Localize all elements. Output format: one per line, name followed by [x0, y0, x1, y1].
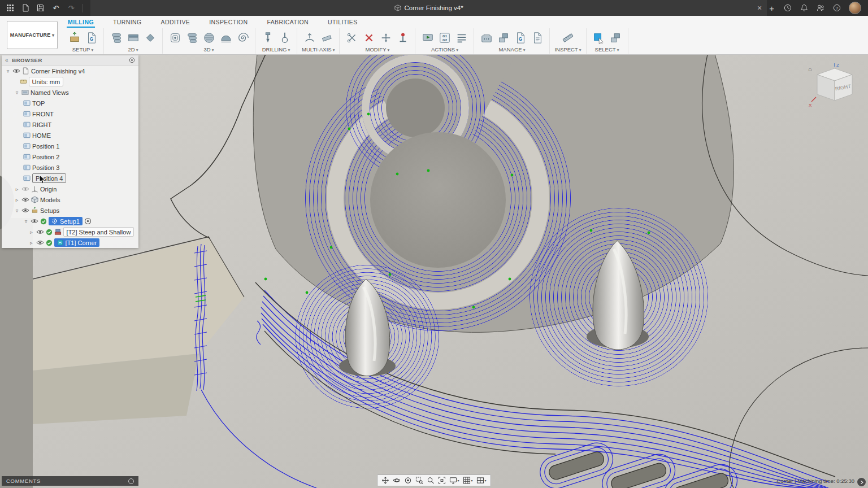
tree-item-named-views[interactable]: ▿ Named Views [2, 87, 138, 98]
comments-bar[interactable]: COMMENTS [2, 476, 138, 486]
app-grid-icon[interactable] [6, 3, 15, 12]
toolbar-group-label[interactable]: 2D [128, 46, 138, 53]
tree-item-setup1[interactable]: ▿ Setup1 [2, 216, 138, 226]
comments-menu-icon[interactable] [128, 478, 134, 484]
toolbar-group-label[interactable]: 3D [203, 46, 214, 53]
swarf-button[interactable] [319, 30, 335, 45]
tree-item-root[interactable]: ▿ Corner Finishing v4 [2, 66, 138, 76]
new-tab-icon[interactable]: + [767, 3, 776, 13]
toolbar-group-label[interactable]: MANAGE [498, 46, 525, 53]
toolbar-group-label[interactable]: INSPECT [554, 46, 581, 53]
tree-item-models[interactable]: ▹ Models [2, 194, 138, 205]
toolbar-group-label[interactable]: DRILLING [262, 46, 290, 53]
display-settings-icon[interactable]: ▾ [448, 476, 461, 485]
save-icon[interactable] [36, 3, 45, 12]
workspace-switcher-button[interactable]: MANUFACTURE [7, 21, 58, 49]
tree-item-units[interactable]: Units: mm [2, 76, 138, 87]
collapse-panel-icon[interactable]: « [5, 57, 8, 63]
tree-item-view-position1[interactable]: Position 1 [2, 141, 138, 151]
expander-icon[interactable]: ▹ [14, 186, 20, 192]
user-avatar[interactable] [849, 2, 861, 14]
document-tab[interactable]: Corner Finishing v4* × [90, 0, 767, 16]
tab-inspection[interactable]: INSPECTION [208, 19, 249, 28]
expander-icon[interactable]: ▹ [14, 197, 20, 203]
home-icon[interactable]: ⌂ [808, 66, 812, 72]
look-at-icon[interactable] [402, 476, 413, 485]
probe-button[interactable] [395, 30, 410, 45]
post-library-button[interactable] [530, 30, 545, 45]
tab-utilities[interactable]: UTILITIES [327, 19, 359, 28]
visibility-eye-icon[interactable] [36, 229, 44, 234]
tree-item-view-position4[interactable]: Position 4 [2, 173, 138, 184]
3d-spiral-button[interactable] [235, 30, 250, 45]
3d-scallop-button[interactable] [218, 30, 233, 45]
window-select-button[interactable] [608, 30, 623, 45]
view-cube[interactable]: ⌂ RIGHT X Z [807, 62, 859, 112]
job-status-clock-icon[interactable] [783, 3, 792, 12]
3d-adaptive-button[interactable] [167, 30, 183, 45]
tree-item-operation-t2[interactable]: ▹ [T2] Steep and Shallow [2, 226, 138, 237]
toolbar-group-label[interactable]: SELECT [595, 46, 619, 53]
2d-chamfer-button[interactable] [142, 30, 158, 45]
tree-item-view-right[interactable]: RIGHT [2, 119, 138, 130]
task-manager-button[interactable] [496, 30, 511, 45]
2d-face-button[interactable] [125, 30, 141, 45]
tab-additive[interactable]: ADDITIVE [160, 19, 192, 28]
3d-parallel-button[interactable] [201, 30, 216, 45]
3d-pocket-button[interactable] [184, 30, 199, 45]
setup-sheet-button[interactable] [513, 30, 528, 45]
expander-icon[interactable]: ▿ [5, 68, 11, 74]
visibility-eye-icon[interactable] [36, 240, 44, 245]
visibility-eye-icon[interactable] [21, 186, 29, 191]
expander-icon[interactable]: ▿ [23, 219, 29, 224]
visibility-eye-icon[interactable] [31, 219, 38, 224]
zoom-icon[interactable] [425, 476, 436, 485]
transform-button[interactable] [378, 30, 393, 45]
expander-icon[interactable]: ▹ [29, 240, 34, 246]
panel-menu-icon[interactable] [129, 57, 135, 63]
active-setup-radio-icon[interactable] [84, 217, 92, 225]
zoom-window-icon[interactable] [414, 476, 424, 485]
visibility-eye-icon[interactable] [21, 208, 29, 213]
simulate-button[interactable] [420, 30, 435, 45]
tab-turning[interactable]: TURNING [112, 19, 143, 28]
select-button[interactable] [591, 30, 606, 45]
orbit-icon[interactable] [391, 476, 402, 485]
trim-button[interactable] [344, 30, 359, 45]
new-setup-button[interactable] [67, 30, 82, 45]
expander-icon[interactable]: ▿ [14, 90, 20, 95]
expander-icon[interactable]: ▹ [29, 229, 34, 235]
collaborate-people-icon[interactable] [816, 3, 825, 12]
nc-program-button[interactable] [454, 30, 469, 45]
file-new-icon[interactable] [21, 3, 30, 12]
fit-icon[interactable] [436, 476, 447, 485]
tree-item-origin[interactable]: ▹ Origin [2, 184, 138, 194]
visibility-eye-icon[interactable] [21, 197, 29, 202]
tree-item-view-home[interactable]: HOME [2, 130, 138, 141]
tree-item-view-position3[interactable]: Position 3 [2, 162, 138, 173]
undo-icon[interactable]: ↶ [51, 3, 60, 12]
toolbar-group-label[interactable]: SETUP [72, 46, 94, 53]
multiaxis-contour-button[interactable] [302, 30, 318, 45]
toolbar-group-label[interactable]: ACTIONS [431, 46, 458, 53]
tab-fabrication[interactable]: FABRICATION [266, 19, 310, 28]
redo-icon[interactable]: ↷ [67, 3, 76, 12]
tree-item-operation-t1[interactable]: ▹ [T1] Corner [2, 237, 138, 248]
toolbar-group-label[interactable]: MULTI-AXIS [302, 46, 335, 53]
viewports-icon[interactable]: ▾ [475, 476, 488, 485]
expander-icon[interactable]: ▿ [14, 208, 20, 213]
help-icon[interactable] [832, 3, 841, 12]
2d-adaptive-button[interactable] [108, 30, 124, 45]
grid-snaps-icon[interactable]: ▾ [461, 476, 474, 485]
delete-toolpath-button[interactable] [361, 30, 376, 45]
setup-folder-button[interactable] [84, 30, 99, 45]
notifications-bell-icon[interactable] [800, 3, 809, 12]
tree-item-view-front[interactable]: FRONT [2, 108, 138, 119]
tree-item-setups[interactable]: ▿ Setups [2, 205, 138, 216]
drill-button[interactable] [260, 30, 275, 45]
tree-item-view-top[interactable]: TOP [2, 98, 138, 108]
feedback-corner-icon[interactable] [857, 478, 866, 486]
toolbar-group-label[interactable]: MODIFY [366, 46, 390, 53]
visibility-eye-icon[interactable] [12, 68, 20, 73]
measure-button[interactable] [560, 30, 575, 45]
